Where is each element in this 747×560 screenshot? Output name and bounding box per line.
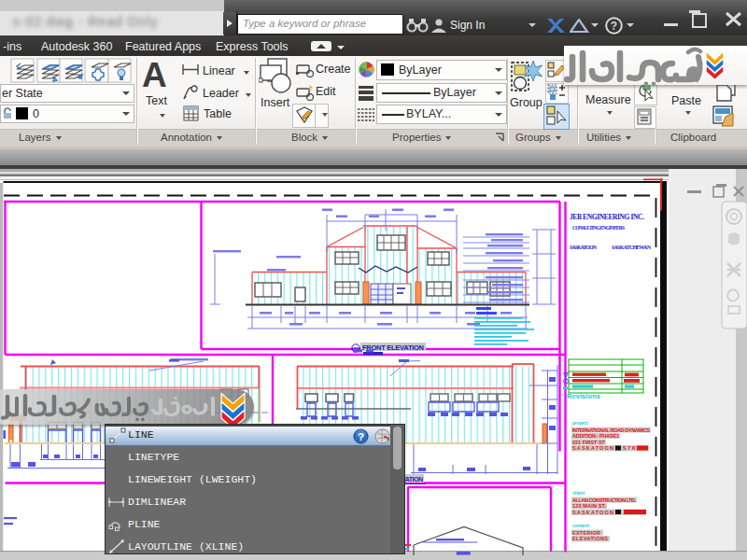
svg-text:Revisions: Revisions: [567, 392, 600, 400]
svg-text:SASKATOON: SASKATOON: [572, 510, 613, 515]
svg-text:221 FIRST ST: 221 FIRST ST: [572, 440, 606, 445]
svg-text:EXTERIOR: EXTERIOR: [572, 530, 600, 536]
svg-text:ADDITION - PHASE1: ADDITION - PHASE1: [572, 433, 619, 439]
svg-text:JEB ENGINEERING INC.: JEB ENGINEERING INC.: [570, 213, 644, 221]
svg-text:SASKATCHEWAN: SASKATCHEWAN: [612, 245, 652, 250]
svg-text:123 MAIN ST.: 123 MAIN ST.: [572, 503, 606, 509]
svg-text:SASKATOON: SASKATOON: [572, 445, 613, 451]
svg-text:project: project: [572, 420, 588, 426]
svg-text:CONSULTING ENGINEERS: CONSULTING ENGINEERS: [572, 225, 625, 231]
svg-text:client: client: [572, 490, 585, 496]
svg-text:?: ?: [358, 431, 364, 442]
svg-text:SASKATOON: SASKATOON: [570, 245, 598, 250]
svg-text:INTERNATIONAL ROAD DYNAMICS: INTERNATIONAL ROAD DYNAMICS: [572, 427, 650, 433]
svg-text:?: ?: [611, 20, 617, 33]
svg-text:S7K: S7K: [623, 445, 636, 451]
svg-text:ELEVATIONS: ELEVATIONS: [572, 536, 608, 541]
svg-text:content: content: [572, 523, 589, 528]
svg-text:ALLAN CONSTRUCTION LTD.: ALLAN CONSTRUCTION LTD.: [572, 497, 636, 503]
